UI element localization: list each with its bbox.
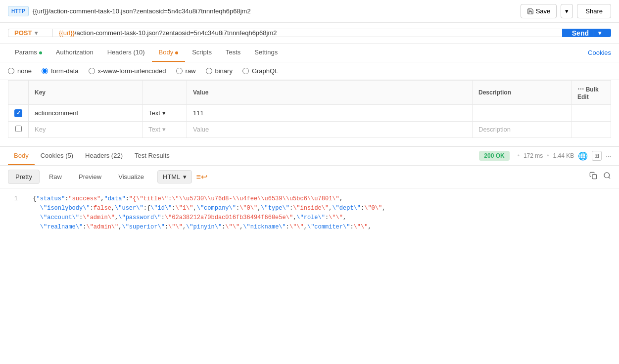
form-table-container: Key Value Description ··· Bulk Edit acti… <box>0 80 619 146</box>
tab-scripts[interactable]: Scripts <box>185 44 219 62</box>
response-time: 172 ms <box>524 152 543 159</box>
tab-settings[interactable]: Settings <box>247 44 285 62</box>
row2-key-placeholder: Key <box>35 126 46 133</box>
url-display[interactable]: {{url}}/action-comment-task-10.json?zent… <box>52 29 562 37</box>
send-label: Send <box>572 29 589 37</box>
row2-type-select[interactable]: Text ▾ <box>148 126 166 133</box>
top-bar: HTTP {{url}}/action-comment-task-10.json… <box>0 0 619 23</box>
response-section: Body Cookies (5) Headers (22) Test Resul… <box>0 146 619 238</box>
format-icon[interactable]: ⊞ <box>592 151 602 161</box>
request-tabs: Params Authorization Headers (10) Body S… <box>0 44 619 62</box>
row1-desc-cell[interactable] <box>473 105 571 122</box>
option-graphql[interactable]: GraphQL <box>242 67 278 75</box>
row2-type-cell[interactable]: Text ▾ <box>143 121 187 137</box>
row1-actions-cell <box>571 105 611 122</box>
method-label: POST <box>14 29 32 37</box>
fmt-preview[interactable]: Preview <box>71 170 109 184</box>
response-meta: 200 OK • 172 ms • 1.44 KB 🌐 ⊞ ··· <box>479 151 611 161</box>
save-button[interactable]: Save <box>521 4 557 18</box>
top-url: {{url}}/action-comment-task-10.json?zent… <box>33 7 517 15</box>
url-rest: /action-comment-task-10.json?zentaosid=5… <box>75 29 277 37</box>
search-icon[interactable] <box>603 172 611 182</box>
resp-tab-body[interactable]: Body <box>8 147 35 165</box>
fmt-pretty[interactable]: Pretty <box>8 170 40 184</box>
json-content: 1 {"status":"success","data":"{\"title\"… <box>0 188 619 238</box>
send-chevron-icon: ▾ <box>593 30 601 37</box>
globe-icon[interactable]: 🌐 <box>578 151 588 161</box>
json-line-2: \"isonlybody\":false,\"user\":{\"id\":\"… <box>8 204 611 213</box>
row1-type-cell[interactable]: Text ▾ <box>143 105 187 122</box>
fmt-visualize[interactable]: Visualize <box>111 170 151 184</box>
save-icon <box>527 8 534 15</box>
row2-checkbox[interactable] <box>15 126 22 132</box>
status-badge: 200 OK <box>479 151 509 161</box>
cookies-link[interactable]: Cookies <box>588 44 611 61</box>
body-options: none form-data x-www-form-urlencoded raw… <box>0 62 619 80</box>
row2-checkbox-cell[interactable] <box>8 121 29 137</box>
tab-params[interactable]: Params <box>8 44 49 62</box>
row1-type-select[interactable]: Text ▾ <box>148 109 166 117</box>
method-chevron-icon: ▾ <box>35 29 38 37</box>
row2-desc-cell[interactable]: Description <box>473 121 571 137</box>
svg-line-2 <box>609 177 610 179</box>
col-value: Value <box>187 81 473 105</box>
save-dropdown-button[interactable]: ▾ <box>561 4 573 18</box>
row2-value-cell[interactable]: Value <box>187 121 473 137</box>
tab-headers[interactable]: Headers (10) <box>100 44 152 62</box>
method-select[interactable]: POST ▾ <box>8 29 52 37</box>
row2-type-chevron: ▾ <box>162 126 166 133</box>
option-binary[interactable]: binary <box>206 67 233 75</box>
row2-value-placeholder: Value <box>193 126 209 133</box>
more-options-icon[interactable]: ··· <box>606 152 611 160</box>
row1-checkbox-cell[interactable] <box>8 105 29 122</box>
option-none[interactable]: none <box>8 67 32 75</box>
resp-tab-cookies[interactable]: Cookies (5) <box>35 147 79 165</box>
body-dot <box>175 51 178 54</box>
row1-type-chevron: ▾ <box>162 109 166 117</box>
language-select[interactable]: HTML ▾ <box>157 170 192 183</box>
svg-rect-0 <box>592 175 597 179</box>
row1-checkbox[interactable] <box>14 109 22 117</box>
json-line-4: \"realname\":\"admin\",\"superior\":\"\"… <box>8 223 611 232</box>
col-type <box>143 81 187 105</box>
language-label: HTML <box>163 173 180 181</box>
table-row: Key Text ▾ Value Description <box>8 121 611 137</box>
option-form-data[interactable]: form-data <box>42 67 79 75</box>
more-icon[interactable]: ··· <box>577 85 584 93</box>
svg-point-1 <box>604 173 610 178</box>
json-line-3: \"account\":\"admin\",\"password\":\"62a… <box>8 213 611 223</box>
save-label: Save <box>536 7 551 15</box>
tab-body[interactable]: Body <box>152 44 186 62</box>
row1-value-cell[interactable]: 111 <box>187 105 473 122</box>
fmt-raw[interactable]: Raw <box>42 170 69 184</box>
tab-authorization[interactable]: Authorization <box>49 44 100 62</box>
json-line-1: 1 {"status":"success","data":"{\"title\"… <box>8 194 611 204</box>
request-bar: POST ▾ {{url}}/action-comment-task-10.js… <box>0 23 619 44</box>
resp-tab-test-results[interactable]: Test Results <box>129 147 176 165</box>
table-row: actioncomment Text ▾ 111 <box>8 105 611 122</box>
top-actions: Save ▾ Share <box>521 4 611 18</box>
dot-sep2: • <box>547 152 549 159</box>
copy-icon[interactable] <box>589 172 597 182</box>
share-button[interactable]: Share <box>577 4 611 18</box>
http-badge: HTTP <box>8 6 29 16</box>
col-checkbox <box>8 81 29 105</box>
send-button[interactable]: Send ▾ <box>562 29 611 37</box>
wrap-icon[interactable]: ≡↩ <box>196 172 207 182</box>
option-urlencoded[interactable]: x-www-form-urlencoded <box>89 67 166 75</box>
url-highlight: {{url}} <box>59 29 75 37</box>
col-description: Description <box>473 81 571 105</box>
row1-key: actioncomment <box>35 109 78 117</box>
row2-type-label: Text <box>148 126 160 133</box>
row1-value: 111 <box>193 109 204 117</box>
params-dot <box>39 51 42 54</box>
row2-key-cell[interactable]: Key <box>29 121 143 137</box>
resp-tab-headers[interactable]: Headers (22) <box>79 147 129 165</box>
response-tabs: Body Cookies (5) Headers (22) Test Resul… <box>0 147 619 166</box>
option-raw[interactable]: raw <box>176 67 196 75</box>
row1-key-cell[interactable]: actioncomment <box>29 105 143 122</box>
row2-actions-cell <box>571 121 611 137</box>
tab-tests[interactable]: Tests <box>219 44 247 62</box>
response-size: 1.44 KB <box>553 152 574 159</box>
row2-desc-placeholder: Description <box>478 126 511 133</box>
